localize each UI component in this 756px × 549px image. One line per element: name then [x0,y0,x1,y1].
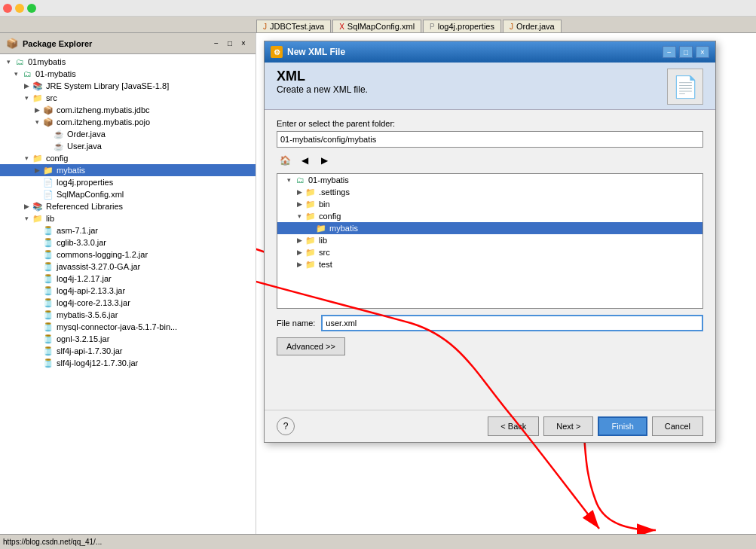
tree-item-slf4j-log4j[interactable]: 🫙 slf4j-log4j12-1.7.30.jar [0,357,256,369]
close-panel-button[interactable]: × [237,38,249,50]
tree-item-mybatis-jar[interactable]: 🫙 mybatis-3.5.6.jar [0,309,256,321]
tree-item-javassist[interactable]: 🫙 javassist-3.27.0-GA.jar [0,261,256,273]
tree-item-sqlmap[interactable]: 📄 SqlMapConfig.xml [0,188,256,200]
help-button[interactable]: ? [277,417,295,435]
dialog-section-subtitle: Create a new XML file. [277,84,368,95]
tab-jdbctest[interactable]: J JDBCTest.java [256,20,331,32]
jre-icon: 📚 [32,81,44,91]
tab-order[interactable]: J Order.java [503,20,562,32]
expand-icon-slf4j-log4j [32,359,42,367]
back-button[interactable]: < Back [488,416,539,436]
expand-dialog-01mybatis[interactable]: ▾ [283,176,294,184]
tree-item-mysql[interactable]: 🫙 mysql-connector-java-5.1.7-bin... [0,321,256,333]
dialog-tree-label-test: test [319,260,332,269]
expand-dialog-settings[interactable]: ▶ [294,188,305,196]
tree-item-pojo-pkg[interactable]: ▾ 📦 com.itzheng.mybatis.pojo [0,116,256,128]
expand-icon-user-java [42,142,53,150]
dialog-tree-item-mybatis[interactable]: 📁 mybatis [277,222,702,234]
tree-item-01-mybatis[interactable]: ▾ 🗂 01-mybatis [0,68,256,80]
tree-label-ognl: ognl-3.2.15.jar [57,334,109,343]
advanced-button[interactable]: Advanced >> [277,337,345,355]
tree-item-ognl[interactable]: 🫙 ognl-3.2.15.jar [0,333,256,345]
expand-icon-jre[interactable]: ▶ [21,82,32,90]
dialog-config-icon: 📁 [305,211,317,221]
dialog-container: ⚙ New XML File − □ × XML Crea [264,41,716,443]
dialog-tree-item-src[interactable]: ▶ 📁 src [277,246,702,258]
dialog-lib-icon: 📁 [305,235,317,246]
tree-label-log4j-jar: log4j-1.2.17.jar [57,274,112,283]
dialog-tree-item-test[interactable]: ▶ 📁 test [277,258,702,270]
expand-dialog-config[interactable]: ▾ [294,212,305,220]
maximize-panel-button[interactable]: □ [224,38,236,50]
expand-icon-jdbc[interactable]: ▶ [32,106,42,114]
back-nav-button[interactable]: ◀ [296,152,313,169]
tree-item-ref-lib[interactable]: ▶ 📚 Referenced Libraries [0,200,256,212]
expand-icon-slf4j-api [32,347,42,355]
jar-icon-commons: 🫙 [42,249,54,260]
dialog-tree-item-01mybatis[interactable]: ▾ 🗂 01-mybatis [277,174,702,186]
tree-label-slf4j-api: slf4j-api-1.7.30.jar [57,346,122,355]
dialog-tree-item-bin[interactable]: ▶ 📁 bin [277,198,702,210]
dialog-tree-item-config[interactable]: ▾ 📁 config [277,210,702,222]
home-button[interactable]: 🏠 [277,152,293,169]
dialog-tree-label-config: config [319,212,341,221]
tab-log4j[interactable]: P log4j.properties [423,20,501,32]
expand-icon-config[interactable]: ▾ [21,154,32,162]
expand-dialog-src[interactable]: ▶ [294,249,305,256]
tab-sqlmapconfig[interactable]: X SqlMapConfig.xml [332,20,421,32]
finish-button[interactable]: Finish [598,416,647,436]
tree-label-mybatis: mybatis [57,166,85,175]
java-file-icon-order: ☕ [53,129,65,139]
xml-document-icon: 📄 [672,75,699,99]
tree-item-cglib[interactable]: 🫙 cglib-3.3.0.jar [0,236,256,249]
dialog-tree-item-settings[interactable]: ▶ 📁 .settings [277,186,702,198]
tree-item-src[interactable]: ▾ 📁 src [0,92,256,104]
tree-item-config[interactable]: ▾ 📁 config [0,152,256,164]
tree-item-commons[interactable]: 🫙 commons-logging-1.2.jar [0,249,256,261]
expand-icon-ref-lib[interactable]: ▶ [21,203,32,210]
expand-icon-01mybatis[interactable]: ▾ [3,58,14,66]
expand-dialog-lib[interactable]: ▶ [294,236,305,244]
folder-tree-box[interactable]: ▾ 🗂 01-mybatis ▶ 📁 .settings ▶ [277,173,703,309]
tree-item-log4j-core[interactable]: 🫙 log4j-core-2.13.3.jar [0,297,256,309]
cancel-button[interactable]: Cancel [652,416,703,436]
minimize-panel-button[interactable]: − [210,38,222,50]
close-button[interactable] [3,4,12,13]
tree-label-slf4j-log4j: slf4j-log4j12-1.7.30.jar [57,358,138,368]
dialog-tree-item-lib[interactable]: ▶ 📁 lib [277,234,702,246]
package-explorer-panel: 📦 Package Explorer − □ × ▾ 🗂 01mybatis ▾… [0,33,256,549]
next-button[interactable]: Next > [543,416,593,436]
package-explorer-tree[interactable]: ▾ 🗂 01mybatis ▾ 🗂 01-mybatis ▶ 📚 JRE Sys… [0,54,256,549]
maximize-button[interactable] [27,4,36,13]
dialog-spacer [277,355,703,401]
expand-icon-src[interactable]: ▾ [21,94,32,102]
tree-item-lib[interactable]: ▾ 📁 lib [0,212,256,224]
tree-item-log4j-api[interactable]: 🫙 log4j-api-2.13.3.jar [0,285,256,297]
tree-item-slf4j-api[interactable]: 🫙 slf4j-api-1.7.30.jar [0,345,256,357]
tree-label-log4j-core: log4j-core-2.13.3.jar [57,298,130,307]
expand-icon-lib[interactable]: ▾ [21,215,32,222]
expand-icon-pojo[interactable]: ▾ [32,118,42,126]
java-file-icon-user: ☕ [53,141,65,151]
minimize-button[interactable] [15,4,24,13]
tree-item-log4j-props[interactable]: 📄 log4j.properties [0,176,256,188]
file-name-input[interactable] [321,315,703,331]
forward-nav-button[interactable]: ▶ [316,152,332,169]
expand-icon-mybatis[interactable]: ▶ [32,166,42,174]
parent-folder-input[interactable] [277,131,703,148]
expand-dialog-bin[interactable]: ▶ [294,200,305,208]
tree-item-asm[interactable]: 🫙 asm-7.1.jar [0,224,256,236]
dialog-close-button[interactable]: × [696,46,709,58]
tree-item-jre[interactable]: ▶ 📚 JRE System Library [JavaSE-1.8] [0,80,256,92]
expand-icon-01-mybatis[interactable]: ▾ [11,70,21,78]
tree-item-order-java[interactable]: ☕ Order.java [0,128,256,140]
tree-item-jdbc-pkg[interactable]: ▶ 📦 com.itzheng.mybatis.jdbc [0,104,256,116]
dialog-minimize-button[interactable]: − [663,46,676,58]
tree-item-01mybatis[interactable]: ▾ 🗂 01mybatis [0,56,256,68]
jar-icon-log4j: 🫙 [42,273,54,284]
expand-dialog-test[interactable]: ▶ [294,261,305,268]
dialog-maximize-button[interactable]: □ [679,46,693,58]
tree-item-log4j-jar[interactable]: 🫙 log4j-1.2.17.jar [0,273,256,285]
tree-item-mybatis[interactable]: ▶ 📁 mybatis [0,164,256,176]
tree-item-user-java[interactable]: ☕ User.java [0,140,256,152]
